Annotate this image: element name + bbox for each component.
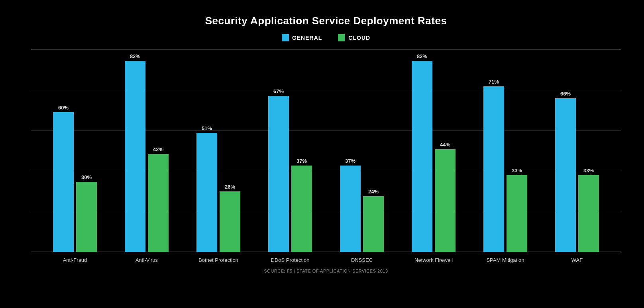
bar-general: 82% bbox=[412, 53, 432, 252]
bar-cloud: 24% bbox=[363, 189, 384, 252]
bar-general: 67% bbox=[268, 88, 289, 252]
x-label: DDoS Protection bbox=[268, 257, 312, 263]
legend-general-color bbox=[282, 34, 289, 41]
bar-general-rect bbox=[53, 112, 74, 252]
bar-cloud: 33% bbox=[578, 168, 599, 252]
legend-cloud: CLOUD bbox=[338, 34, 370, 41]
bar-pair: 60%30% bbox=[53, 105, 97, 252]
bar-group: 66%33% bbox=[555, 91, 599, 252]
bar-pair: 37%24% bbox=[340, 158, 384, 252]
x-label: Network Firewall bbox=[412, 257, 456, 263]
bar-cloud-rect bbox=[148, 154, 169, 252]
bar-cloud: 42% bbox=[148, 146, 169, 252]
bar-cloud: 37% bbox=[291, 158, 312, 252]
bar-general-rect bbox=[555, 98, 576, 252]
bar-cloud-value: 26% bbox=[225, 184, 235, 190]
bar-group: 51%26% bbox=[196, 125, 240, 252]
legend-general: GENERAL bbox=[282, 34, 322, 41]
bar-general-value: 71% bbox=[489, 79, 499, 85]
bar-general: 66% bbox=[555, 91, 576, 252]
bar-cloud-value: 44% bbox=[440, 142, 450, 148]
bar-group: 60%30% bbox=[53, 105, 97, 252]
bar-general-value: 67% bbox=[273, 88, 284, 94]
chart-title: Security Application Service Deployment … bbox=[31, 15, 621, 27]
bar-cloud-value: 42% bbox=[153, 146, 163, 152]
bar-cloud-value: 33% bbox=[512, 168, 522, 173]
bar-cloud-rect bbox=[220, 191, 240, 252]
bar-cloud-rect bbox=[507, 175, 527, 252]
bar-general-rect bbox=[196, 133, 217, 252]
bar-general: 51% bbox=[196, 125, 217, 252]
bar-group: 37%24% bbox=[340, 158, 384, 252]
bar-cloud: 33% bbox=[507, 168, 527, 252]
bar-general-value: 82% bbox=[417, 53, 427, 59]
bars-wrapper: 60%30%82%42%51%26%67%37%37%24%82%44%71%3… bbox=[31, 49, 621, 252]
bar-general-value: 37% bbox=[345, 158, 355, 164]
x-label: Anti-Virus bbox=[125, 257, 169, 263]
bar-general: 82% bbox=[125, 53, 145, 252]
bar-cloud-rect bbox=[578, 175, 599, 252]
bar-pair: 82%44% bbox=[412, 53, 456, 252]
bar-general: 71% bbox=[483, 79, 504, 252]
bar-general-value: 51% bbox=[202, 125, 212, 131]
bar-pair: 66%33% bbox=[555, 91, 599, 252]
chart-container: Security Application Service Deployment … bbox=[11, 7, 633, 301]
x-label: DNSSEC bbox=[340, 257, 384, 263]
bar-cloud-rect bbox=[291, 166, 312, 252]
bar-cloud: 44% bbox=[435, 142, 456, 252]
bar-group: 82%44% bbox=[412, 53, 456, 252]
bar-pair: 67%37% bbox=[268, 88, 312, 252]
bar-cloud-rect bbox=[76, 182, 97, 252]
bar-general-rect bbox=[268, 96, 289, 252]
bar-pair: 71%33% bbox=[483, 79, 527, 252]
legend-general-label: GENERAL bbox=[292, 35, 322, 41]
chart-area: 60%30%82%42%51%26%67%37%37%24%82%44%71%3… bbox=[31, 49, 621, 252]
bar-general-rect bbox=[412, 61, 432, 252]
x-labels: Anti-FraudAnti-VirusBotnet ProtectionDDo… bbox=[31, 257, 621, 263]
x-label: Botnet Protection bbox=[196, 257, 240, 263]
x-label: Anti-Fraud bbox=[53, 257, 97, 263]
bar-group: 82%42% bbox=[125, 53, 169, 252]
bar-cloud-value: 24% bbox=[368, 189, 379, 195]
bar-cloud: 30% bbox=[76, 174, 97, 252]
x-label: SPAM Mitigation bbox=[483, 257, 527, 263]
legend-cloud-label: CLOUD bbox=[348, 35, 370, 41]
bar-general: 60% bbox=[53, 105, 74, 252]
bar-cloud-value: 37% bbox=[296, 158, 307, 164]
x-label: WAF bbox=[555, 257, 599, 263]
bar-cloud-rect bbox=[435, 149, 456, 252]
bar-general-rect bbox=[125, 61, 145, 252]
bar-general-rect bbox=[340, 166, 361, 252]
bar-general-value: 82% bbox=[130, 53, 140, 59]
bar-cloud-value: 30% bbox=[81, 174, 92, 180]
bar-general-value: 66% bbox=[560, 91, 571, 97]
bar-cloud-rect bbox=[363, 196, 384, 252]
legend: GENERAL CLOUD bbox=[31, 34, 621, 41]
bar-pair: 82%42% bbox=[125, 53, 169, 252]
bar-pair: 51%26% bbox=[196, 125, 240, 252]
bar-general: 37% bbox=[340, 158, 361, 252]
source-text: SOURCE: F5 | STATE OF APPLICATION SERVIC… bbox=[31, 269, 621, 273]
bar-general-value: 60% bbox=[58, 105, 69, 111]
legend-cloud-color bbox=[338, 34, 345, 41]
bar-cloud: 26% bbox=[220, 184, 240, 252]
bar-general-rect bbox=[483, 86, 504, 252]
bar-cloud-value: 33% bbox=[583, 168, 594, 173]
bar-group: 67%37% bbox=[268, 88, 312, 252]
bar-group: 71%33% bbox=[483, 79, 527, 252]
